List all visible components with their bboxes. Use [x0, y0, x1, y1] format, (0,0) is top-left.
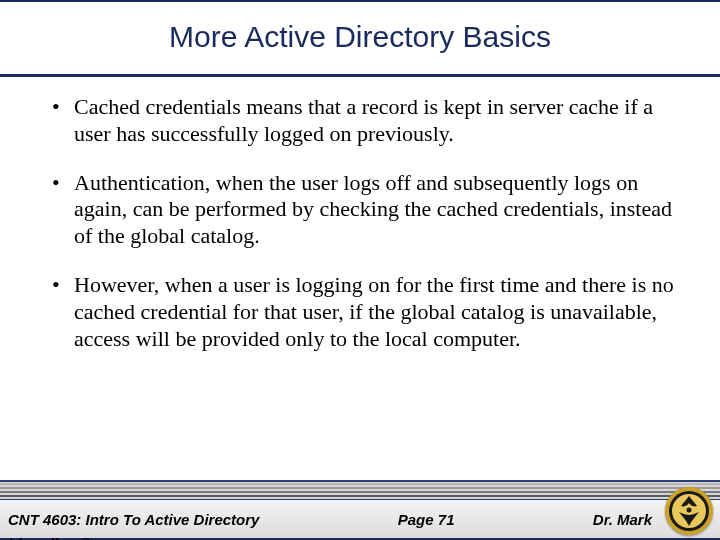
bullet-item: Authentication, when the user logs off a… — [48, 170, 682, 250]
slide-title: More Active Directory Basics — [0, 20, 720, 54]
title-rule — [0, 74, 720, 77]
footer-divider — [0, 480, 720, 502]
slide-body: Cached credentials means that a record i… — [48, 94, 682, 375]
bullet-list: Cached credentials means that a record i… — [48, 94, 682, 353]
bullet-item: Cached credentials means that a record i… — [48, 94, 682, 148]
slide: More Active Directory Basics Cached cred… — [0, 0, 720, 540]
footer-overflow: Llewellyn © — [8, 535, 91, 540]
svg-point-3 — [687, 508, 692, 513]
bullet-item: However, when a user is logging on for t… — [48, 272, 682, 352]
footer-content: CNT 4603: Intro To Active Directory Page… — [0, 500, 720, 538]
footer: CNT 4603: Intro To Active Directory Page… — [0, 480, 720, 538]
footer-page: Page 71 — [388, 511, 465, 528]
footer-course: CNT 4603: Intro To Active Directory — [8, 511, 388, 528]
seal-icon — [664, 486, 714, 536]
